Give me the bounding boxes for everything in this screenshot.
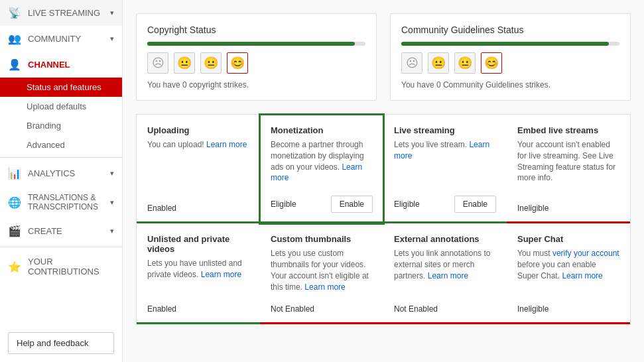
feature-desc-uploading: You can upload! Learn more	[147, 139, 249, 192]
help-feedback-button[interactable]: Help and feedback	[8, 332, 114, 354]
feature-desc-external-annotations: Lets you link annotations to external si…	[394, 248, 496, 292]
face-happy: 😊	[227, 52, 248, 74]
sidebar-sub-upload-defaults-label: Upload defaults	[27, 101, 86, 111]
feature-status-row-custom-thumbnails: Not Enabled	[271, 299, 373, 314]
chevron-down-icon: ▾	[110, 198, 114, 207]
sidebar-analytics-label: ANALYTICS	[28, 168, 75, 178]
feature-card-uploading: UploadingYou can upload! Learn moreEnabl…	[137, 115, 260, 223]
help-feedback-label: Help and feedback	[17, 338, 88, 348]
feature-card-unlisted-private: Unlisted and private videosLets you have…	[137, 223, 260, 324]
feature-status-row-uploading: Enabled	[147, 198, 249, 213]
feature-title-embed-live-streams: Embed live streams	[517, 125, 619, 135]
cg-face-neutral-1: 😐	[428, 52, 449, 74]
community-guidelines-strikes-text: You have 0 Community Guidelines strikes.	[401, 80, 619, 90]
sidebar-sub-branding-label: Branding	[27, 121, 61, 131]
feature-status-row-monetization: EligibleEnable	[271, 190, 373, 213]
sidebar-sub-upload-defaults[interactable]: Upload defaults	[0, 97, 122, 116]
sidebar-sub-advanced-label: Advanced	[27, 140, 65, 150]
enable-button-live-streaming[interactable]: Enable	[454, 196, 496, 213]
sidebar-contributions-label: YOUR CONTRIBUTIONS	[28, 257, 114, 276]
sidebar-item-create[interactable]: 🎬 CREATE ▾	[0, 218, 122, 244]
channel-icon: 👤	[8, 58, 21, 71]
cg-face-happy: 😊	[481, 52, 502, 74]
feature-status-row-unlisted-private: Enabled	[147, 299, 249, 314]
learn-more-link-live-streaming[interactable]: Learn more	[394, 140, 489, 160]
analytics-icon: 📊	[8, 167, 21, 180]
feature-title-custom-thumbnails: Custom thumbnails	[271, 234, 373, 244]
feature-status-row-external-annotations: Not Enabled	[394, 299, 496, 314]
sidebar-item-community[interactable]: 👥 COMMUNITY ▾	[0, 26, 122, 52]
copyright-status-faces: ☹ 😐 😐 😊	[147, 52, 365, 74]
sidebar-item-channel[interactable]: 👤 CHANNEL	[0, 52, 122, 78]
sidebar-create-label: CREATE	[28, 226, 62, 236]
chevron-down-icon: ▾	[110, 9, 114, 17]
learn-more-link-unlisted-private[interactable]: Learn more	[201, 270, 241, 279]
face-neutral-1: 😐	[174, 52, 195, 74]
features-grid: UploadingYou can upload! Learn moreEnabl…	[136, 114, 631, 325]
sidebar-sub-branding[interactable]: Branding	[0, 116, 122, 135]
cg-face-neutral-2: 😐	[454, 52, 476, 74]
feature-desc-super-chat: You must verify your account before you …	[517, 248, 619, 292]
sidebar: 📡 LIVE STREAMING ▾ 👥 COMMUNITY ▾ 👤 CHANN…	[0, 0, 123, 362]
contributions-icon: ⭐	[8, 261, 21, 273]
feature-status-bar-external-annotations	[383, 322, 507, 324]
sidebar-item-translations[interactable]: 🌐 TRANSLATIONS & TRANSCRIPTIONS ▾	[0, 186, 122, 218]
sidebar-item-analytics[interactable]: 📊 ANALYTICS ▾	[0, 160, 122, 186]
sidebar-sub-status-features-label: Status and features	[27, 82, 101, 92]
feature-status-unlisted-private: Enabled	[147, 304, 176, 314]
sidebar-sub-status-features[interactable]: Status and features	[0, 78, 122, 97]
learn-more-link-uploading[interactable]: Learn more	[206, 140, 247, 149]
community-guidelines-faces: ☹ 😐 😐 😊	[401, 52, 619, 74]
sidebar-community-label: COMMUNITY	[28, 34, 81, 44]
learn-more-link-external-annotations[interactable]: Learn more	[428, 271, 468, 280]
chevron-down-icon: ▾	[110, 34, 114, 43]
feature-status-uploading: Enabled	[147, 204, 176, 213]
feature-desc-embed-live-streams: Your account isn't enabled for live stre…	[517, 139, 619, 192]
feature-card-external-annotations: External annotationsLets you link annota…	[383, 223, 507, 324]
feature-desc-custom-thumbnails: Lets you use custom thumbnails for your …	[271, 248, 373, 292]
feature-desc-unlisted-private: Lets you have unlisted and private video…	[147, 258, 249, 292]
sidebar-sub-advanced[interactable]: Advanced	[0, 135, 122, 154]
copyright-status-card: Copyright Status ☹ 😐 😐 😊 You have 0 copy…	[136, 13, 377, 101]
feature-status-live-streaming: Eligible	[394, 200, 420, 209]
enable-button-monetization[interactable]: Enable	[331, 196, 373, 213]
status-section: Copyright Status ☹ 😐 😐 😊 You have 0 copy…	[136, 13, 631, 101]
feature-title-super-chat: Super Chat	[517, 234, 619, 244]
feature-status-bar-unlisted-private	[137, 322, 260, 324]
feature-title-external-annotations: External annotations	[394, 234, 496, 244]
learn-more-link-monetization[interactable]: Learn more	[271, 162, 362, 183]
feature-title-uploading: Uploading	[147, 125, 249, 135]
sidebar-item-live-streaming[interactable]: 📡 LIVE STREAMING ▾	[0, 0, 122, 26]
feature-status-monetization: Eligible	[271, 200, 296, 209]
feature-title-unlisted-private: Unlisted and private videos	[147, 234, 249, 254]
create-icon: 🎬	[8, 225, 21, 237]
feature-desc-live-streaming: Lets you live stream. Learn more	[394, 139, 496, 184]
community-guidelines-title: Community Guidelines Status	[401, 25, 619, 35]
translations-icon: 🌐	[8, 196, 21, 209]
chevron-down-icon: ▾	[110, 169, 114, 178]
verify-account-link[interactable]: verify your account	[552, 249, 619, 258]
community-guidelines-status-card: Community Guidelines Status ☹ 😐 😐 😊 You …	[390, 13, 631, 101]
face-neutral-2: 😐	[200, 52, 222, 74]
feature-card-monetization: MonetizationBecome a partner through mon…	[260, 115, 383, 223]
sidebar-live-streaming-label: LIVE STREAMING	[28, 8, 100, 18]
learn-more-link-custom-thumbnails[interactable]: Learn more	[304, 282, 345, 292]
feature-card-super-chat: Super ChatYou must verify your account b…	[507, 223, 630, 324]
sidebar-translations-label: TRANSLATIONS & TRANSCRIPTIONS	[28, 193, 103, 211]
feature-status-row-embed-live-streams: Ineligible	[517, 198, 619, 213]
feature-status-custom-thumbnails: Not Enabled	[271, 304, 314, 314]
feature-card-live-streaming: Live streamingLets you live stream. Lear…	[383, 115, 507, 223]
feature-title-live-streaming: Live streaming	[394, 125, 496, 135]
feature-status-bar-super-chat	[507, 322, 630, 324]
feature-desc-monetization: Become a partner through monetization by…	[271, 139, 373, 184]
sidebar-channel-label: CHANNEL	[28, 60, 70, 70]
live-streaming-icon: 📡	[8, 7, 21, 19]
feature-status-row-live-streaming: EligibleEnable	[394, 190, 496, 213]
sidebar-item-contributions[interactable]: ⭐ YOUR CONTRIBUTIONS	[0, 250, 122, 283]
learn-more-link[interactable]: Learn more	[562, 271, 602, 280]
copyright-strikes-text: You have 0 copyright strikes.	[147, 80, 365, 90]
chevron-down-icon: ▾	[110, 227, 114, 235]
feature-title-monetization: Monetization	[271, 125, 373, 135]
feature-status-external-annotations: Not Enabled	[394, 304, 438, 314]
feature-card-embed-live-streams: Embed live streamsYour account isn't ena…	[507, 115, 630, 223]
